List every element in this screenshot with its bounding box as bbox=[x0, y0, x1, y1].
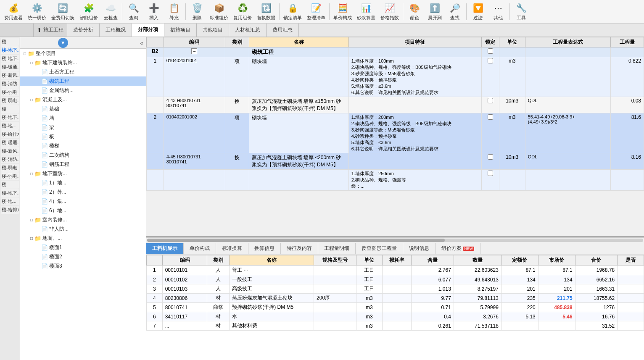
tree-node-1[interactable]: □📁地下建筑装饰... bbox=[20, 58, 146, 67]
tree-node-13[interactable]: □📁地下室防... bbox=[20, 169, 146, 178]
main-table-row[interactable]: 4-45 H8001073180010741 换 蒸压加气混凝土砌块墙 墙厚 ≤… bbox=[147, 153, 644, 170]
left-label-15[interactable]: 楼-弱电 bbox=[1, 164, 19, 172]
tree-node-15[interactable]: 📄2）外... bbox=[20, 187, 146, 197]
left-label-3[interactable]: 楼-暖通... bbox=[1, 63, 19, 71]
main-scrollbar[interactable] bbox=[146, 237, 644, 242]
tree-node-16[interactable]: 📄4）集... bbox=[20, 197, 146, 206]
tree-node-8[interactable]: 📄梁 bbox=[20, 123, 146, 132]
tree-node-9[interactable]: 📄板 bbox=[20, 132, 146, 141]
tree-node-20[interactable]: □📁地面、... bbox=[20, 234, 146, 243]
row-name[interactable] bbox=[249, 170, 348, 191]
tree-expand-icon[interactable]: □ bbox=[29, 171, 34, 176]
left-label-8[interactable]: 楼 bbox=[1, 105, 19, 113]
toolbar-item-insert[interactable]: ➕ 插入 bbox=[144, 1, 164, 22]
tree-expand-icon[interactable]: □ bbox=[22, 50, 28, 56]
left-label-7[interactable]: 楼-弱电... bbox=[1, 97, 19, 105]
toolbar-item-std-group[interactable]: 📦 标准组价 bbox=[207, 1, 231, 22]
tab-other-items[interactable]: 其他项目 bbox=[197, 24, 229, 37]
toolbar-item-reuse-group[interactable]: ♻️ 复用组价 bbox=[231, 1, 254, 22]
tree-expand-icon[interactable]: □ bbox=[29, 97, 34, 102]
tree-node-4[interactable]: 📄金属结构... bbox=[20, 86, 146, 95]
bottom-table-row[interactable]: 2 00010102 人 一般技工 工日 6.077 49.643013 134… bbox=[147, 275, 644, 284]
toolbar-item-query[interactable]: 🔍 查询 bbox=[124, 1, 144, 22]
tree-node-17[interactable]: 📄6）地... bbox=[20, 206, 146, 215]
bottom-tab-group-plan[interactable]: 组价方案NEW bbox=[435, 243, 480, 254]
main-table-row[interactable]: 1 010402001001 项 砌块墙 1.墙体厚度：100mm2.砌块品种、… bbox=[147, 57, 644, 97]
left-label-4[interactable]: 楼-新风... bbox=[1, 71, 19, 79]
section-expand[interactable]: − bbox=[164, 47, 225, 57]
row-lock-checkbox[interactable] bbox=[488, 154, 493, 160]
toolbar-item-filter[interactable]: 🔽 过滤 bbox=[468, 1, 488, 22]
left-label-19[interactable]: 楼-地... bbox=[1, 197, 19, 205]
toolbar-item-expand[interactable]: ⬆️ 展开到 bbox=[425, 1, 445, 22]
tree-node-21[interactable]: 📄楼面1 bbox=[20, 243, 146, 252]
nav-up-icon[interactable]: ⬆ bbox=[37, 27, 42, 33]
sidebar-tree[interactable]: □📁整个项目□📁地下建筑装饰...📄土石方工程📄砌筑工程📄金属结构...□📁混凝… bbox=[20, 49, 146, 360]
left-label-11[interactable]: 楼-给排水 bbox=[1, 130, 19, 138]
left-label-9[interactable]: 楼-地下... bbox=[1, 113, 19, 121]
tree-node-7[interactable]: 📄墙 bbox=[20, 113, 146, 123]
toolbar-item-other[interactable]: ⋯ 其他 bbox=[488, 1, 508, 22]
row-name[interactable]: 砌块墙 bbox=[249, 57, 348, 97]
bottom-tab-labor-machine-show[interactable]: 工料机显示 bbox=[146, 243, 184, 254]
left-label-0[interactable]: 楼 bbox=[1, 38, 19, 46]
sidebar-down-button[interactable]: ▼ bbox=[58, 38, 68, 48]
tree-node-18[interactable]: □📁室内装修... bbox=[20, 215, 146, 224]
bottom-table-row[interactable]: 3 00010103 人 高级技工 工日 1.013 8.275197 201 … bbox=[147, 284, 644, 294]
left-label-16[interactable]: 楼-弱电... bbox=[1, 172, 19, 180]
bottom-table-row[interactable]: 1 00010101 人 普工 ··· 工日 2.767 22.603623 8… bbox=[147, 265, 644, 275]
toolbar-item-price-index[interactable]: 📈 价格指数 bbox=[378, 1, 401, 22]
toolbar-item-full-switch[interactable]: 🔄 全费用切换 bbox=[49, 1, 77, 22]
bottom-table-row[interactable]: 5 80010741 商浆 预拌砌筑砂浆(干拌) DM M5 m3 0.71 5… bbox=[147, 303, 644, 312]
left-label-1[interactable]: 楼-地下... bbox=[1, 46, 19, 54]
left-label-20[interactable]: 楼-给排水 bbox=[1, 206, 19, 214]
row-lock-checkbox[interactable] bbox=[488, 114, 493, 120]
toolbar-item-delete[interactable]: 🗑️ 删除 bbox=[187, 1, 207, 22]
main-table-row[interactable]: 4-43 H8001073180010741 换 蒸压加气混凝土砌块墙 墙厚 ≤… bbox=[147, 97, 644, 113]
tree-expand-icon[interactable]: □ bbox=[29, 235, 34, 241]
left-label-17[interactable]: 楼 bbox=[1, 181, 19, 189]
bottom-tab-unit-compose[interactable]: 单价构成 bbox=[184, 243, 216, 254]
toolbar-item-replenish[interactable]: 📋 补充 bbox=[164, 1, 184, 22]
row-lock-checkbox[interactable] bbox=[488, 58, 493, 63]
project-name[interactable] bbox=[0, 24, 34, 37]
tree-node-19[interactable]: 📄非人防... bbox=[20, 224, 146, 234]
tree-node-23[interactable]: 📄楼面3 bbox=[20, 261, 146, 271]
toolbar-item-lock-clear[interactable]: 🔒 锁定清单 bbox=[281, 1, 304, 22]
tab-fee-summary[interactable]: 费用汇总 bbox=[267, 24, 299, 37]
toolbar-item-unit-compose[interactable]: 🧮 单价构成 bbox=[331, 1, 354, 22]
tab-measures[interactable]: 措施项目 bbox=[164, 24, 197, 37]
tab-labor-machine[interactable]: 人材机汇总 bbox=[229, 24, 267, 37]
tree-node-3[interactable]: 📄砌筑工程 bbox=[20, 76, 146, 86]
tree-node-12[interactable]: 📄钢筋工程 bbox=[20, 160, 146, 169]
tree-node-0[interactable]: □📁整个项目 bbox=[20, 49, 146, 58]
toolbar-item-color[interactable]: 🎨 颜色 bbox=[404, 1, 425, 22]
tree-expand-icon[interactable]: □ bbox=[29, 60, 34, 66]
main-table-row[interactable]: 1.墙体厚度：250mm2.砌块品种、规格、强度等级：... bbox=[147, 170, 644, 191]
name-dots-btn[interactable]: ··· bbox=[243, 266, 248, 273]
bottom-tab-reverse-check[interactable]: 反查图形工程量 bbox=[356, 243, 403, 254]
row-lock-checkbox[interactable] bbox=[488, 171, 493, 176]
tree-node-6[interactable]: 📄基础 bbox=[20, 104, 146, 113]
left-label-2[interactable]: 楼-地下... bbox=[1, 55, 19, 63]
bottom-tab-std-exchange[interactable]: 标准换算 bbox=[216, 243, 248, 254]
toolbar-item-cloud-check[interactable]: ☁️ 云检查 bbox=[100, 1, 121, 22]
tree-node-14[interactable]: 📄1）地... bbox=[20, 178, 146, 187]
row-lock-checkbox[interactable] bbox=[488, 98, 493, 103]
bottom-tab-feature-content[interactable]: 特征及内容 bbox=[281, 243, 318, 254]
section-lock-checkbox[interactable] bbox=[488, 48, 493, 54]
bottom-grid-area[interactable]: 编码 类别 名称 规格及型号 单位 损耗率 含量 数量 定额价 市场价 合价 是… bbox=[146, 255, 644, 360]
toolbar-item-unified-adjust[interactable]: ⚙️ 统一调价 bbox=[25, 1, 49, 22]
sidebar-collapse-btn[interactable]: « bbox=[140, 39, 143, 46]
tree-node-11[interactable]: 📄二次结构 bbox=[20, 150, 146, 160]
tree-node-22[interactable]: 📄楼面2 bbox=[20, 252, 146, 261]
left-label-12[interactable]: 楼-暖通... bbox=[1, 139, 19, 147]
toolbar-item-sand-calc[interactable]: 📊 砂浆算量 bbox=[354, 1, 378, 22]
toolbar-item-fee-check[interactable]: 💰 费用查看 bbox=[2, 1, 25, 22]
left-label-5[interactable]: 楼-消防... bbox=[1, 80, 19, 88]
bottom-table-row[interactable]: 7 ... 材 其他材料费 m3 0.261 71.537118 31.52 bbox=[147, 321, 644, 331]
left-label-6[interactable]: 楼-弱电 bbox=[1, 88, 19, 96]
tree-expand-icon[interactable]: □ bbox=[29, 217, 34, 223]
tree-node-10[interactable]: 📄楼梯 bbox=[20, 141, 146, 150]
tab-project-overview[interactable]: 工程概况 bbox=[100, 24, 132, 37]
